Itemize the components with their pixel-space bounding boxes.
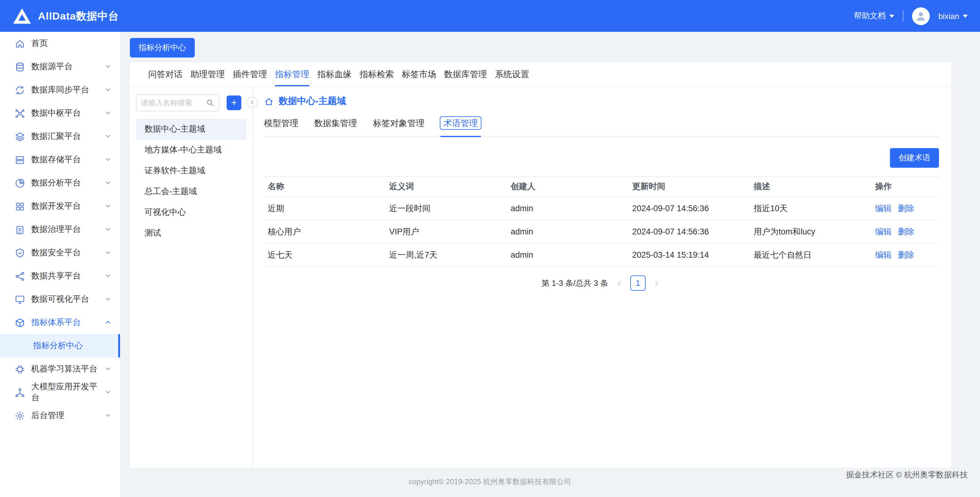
user-menu[interactable]: bixian <box>939 11 968 21</box>
sidebar-item-data-share[interactable]: 数据共享平台 <box>0 264 120 288</box>
tab-database-mgmt[interactable]: 数据库管理 <box>444 62 487 86</box>
create-term-button[interactable]: 创建术语 <box>890 148 939 168</box>
sidebar-item-data-dev[interactable]: 数据开发平台 <box>0 195 120 218</box>
sidebar-item-data-aggregation[interactable]: 数据汇聚平台 <box>0 125 120 148</box>
subject-item[interactable]: 数据中心-主题域 <box>136 119 246 140</box>
page-title: 数据中心-主题域 <box>279 95 346 107</box>
add-subject-button[interactable]: + <box>227 95 241 110</box>
content-card: 问答对话 助理管理 插件管理 指标管理 指标血缘 指标检索 标签市场 数据库管理… <box>130 62 951 468</box>
sidebar-item-data-hub[interactable]: 数据中枢平台 <box>0 102 120 125</box>
gear-icon <box>15 410 25 421</box>
chevron-down-icon <box>105 62 111 71</box>
sidebar-item-data-analysis[interactable]: 数据分析平台 <box>0 171 120 195</box>
subject-panel: + 数据中心-主题域 地方媒体-中心主题域 证券软件-主题域 总工会-主题域 可… <box>130 87 252 468</box>
sync-icon <box>15 85 25 95</box>
metrics-analysis-center-button[interactable]: 指标分析中心 <box>130 38 195 57</box>
next-page-button[interactable] <box>652 278 662 288</box>
layers-icon <box>15 131 25 142</box>
sidebar-item-data-security[interactable]: 数据安全平台 <box>0 241 120 264</box>
tab-plugin-mgmt[interactable]: 插件管理 <box>233 62 267 86</box>
tab-dataset-mgmt[interactable]: 数据集管理 <box>314 118 357 137</box>
header-divider <box>903 10 904 21</box>
sidebar-item-data-visualization[interactable]: 数据可视化平台 <box>0 288 120 311</box>
home-icon <box>15 38 25 49</box>
chevron-down-icon <box>105 365 111 374</box>
caret-down-icon <box>889 14 894 17</box>
brand-title: AllData数据中台 <box>38 9 119 23</box>
alldata-logo-icon <box>12 7 32 24</box>
col-creator: 创建人 <box>507 181 628 192</box>
subject-item[interactable]: 可视化中心 <box>136 202 246 223</box>
watermark-text: 掘金技术社区 © 杭州奥零数据科技 <box>846 470 968 481</box>
share-nodes-icon <box>15 271 25 281</box>
pagination: 第 1-3 条/总共 3 条 1 <box>264 275 939 291</box>
sidebar-item-data-governance[interactable]: 数据治理平台 <box>0 218 120 241</box>
edit-link[interactable]: 编辑 <box>875 226 892 237</box>
delete-link[interactable]: 删除 <box>898 249 915 260</box>
tab-label-market[interactable]: 标签市场 <box>402 62 436 86</box>
tab-metric-search[interactable]: 指标检索 <box>360 62 394 86</box>
sidebar-item-db-sync[interactable]: 数据库同步平台 <box>0 78 120 102</box>
main-area: 指标分析中心 问答对话 助理管理 插件管理 指标管理 指标血缘 指标检索 标签市… <box>120 32 980 497</box>
chevron-down-icon <box>105 225 111 234</box>
copyright-footer: copyright© 2019-2025 杭州奥零数据科技有限公司 <box>0 477 980 487</box>
cell-synonym: VIP用户 <box>385 226 507 237</box>
help-docs-link[interactable]: 帮助文档 <box>854 10 894 21</box>
search-icon[interactable] <box>206 98 215 107</box>
sidebar-item-metrics-platform[interactable]: 指标体系平台 <box>0 311 120 334</box>
tab-term-mgmt[interactable]: 术语管理 <box>441 118 481 137</box>
delete-link[interactable]: 删除 <box>898 226 915 237</box>
sidebar-item-llm-platform[interactable]: 大模型应用开发平台 <box>0 381 120 404</box>
cell-updated: 2025-03-14 15:19:14 <box>628 250 750 259</box>
chevron-down-icon <box>105 132 111 141</box>
tab-assistant-mgmt[interactable]: 助理管理 <box>191 62 225 86</box>
clipboard-icon <box>15 224 25 235</box>
cell-synonym: 近一段时间 <box>385 203 507 214</box>
subject-item[interactable]: 测试 <box>136 223 246 244</box>
subject-item[interactable]: 地方媒体-中心主题域 <box>136 140 246 160</box>
sidebar-item-datasource[interactable]: 数据源平台 <box>0 55 120 78</box>
chevron-left-icon <box>616 279 623 287</box>
tab-system-settings[interactable]: 系统设置 <box>495 62 529 86</box>
chip-icon <box>15 364 25 374</box>
sidebar-item-home[interactable]: 首页 <box>0 32 120 55</box>
cube-icon <box>15 318 25 328</box>
page-number-button[interactable]: 1 <box>630 275 646 291</box>
molecule-icon <box>15 387 25 397</box>
col-actions: 操作 <box>872 181 939 192</box>
tab-model-mgmt[interactable]: 模型管理 <box>264 118 298 137</box>
delete-link[interactable]: 删除 <box>898 203 915 214</box>
collapse-panel-button[interactable] <box>247 97 258 108</box>
cell-creator: admin <box>507 227 628 236</box>
tab-label-object-mgmt[interactable]: 标签对象管理 <box>373 118 425 137</box>
chevron-up-icon <box>105 318 111 327</box>
tab-metric-lineage[interactable]: 指标血缘 <box>317 62 352 86</box>
user-avatar[interactable] <box>912 7 930 25</box>
chevron-down-icon <box>105 248 111 257</box>
col-desc: 描述 <box>750 181 872 192</box>
chevron-right-icon <box>653 279 660 287</box>
table-row: 近期 近一段时间 admin 2024-09-07 14:56:36 指近10天… <box>264 197 939 220</box>
subject-item[interactable]: 证券软件-主题域 <box>136 160 246 181</box>
sidebar-item-ml-platform[interactable]: 机器学习算法平台 <box>0 357 120 381</box>
prev-page-button[interactable] <box>614 278 624 288</box>
tab-metric-mgmt[interactable]: 指标管理 <box>275 62 309 86</box>
cell-creator: admin <box>507 250 628 259</box>
cell-desc: 最近七个自然日 <box>750 249 872 260</box>
sidebar-subitem-metrics-analysis-center[interactable]: 指标分析中心 <box>0 334 120 357</box>
cell-name: 近七天 <box>264 249 385 260</box>
cell-desc: 指近10天 <box>750 203 872 214</box>
monitor-icon <box>15 294 25 305</box>
shield-icon <box>15 248 25 258</box>
subject-item[interactable]: 总工会-主题域 <box>136 181 246 202</box>
tab-qa-chat[interactable]: 问答对话 <box>148 62 183 86</box>
sidebar-item-admin[interactable]: 后台管理 <box>0 404 120 427</box>
subject-search-box <box>136 94 219 111</box>
pie-chart-icon <box>15 178 25 188</box>
sidebar-item-data-storage[interactable]: 数据存储平台 <box>0 148 120 171</box>
chevron-down-icon <box>105 202 111 211</box>
edit-link[interactable]: 编辑 <box>875 249 892 260</box>
hub-icon <box>15 108 25 118</box>
edit-link[interactable]: 编辑 <box>875 203 892 214</box>
subject-search-input[interactable] <box>141 98 206 107</box>
